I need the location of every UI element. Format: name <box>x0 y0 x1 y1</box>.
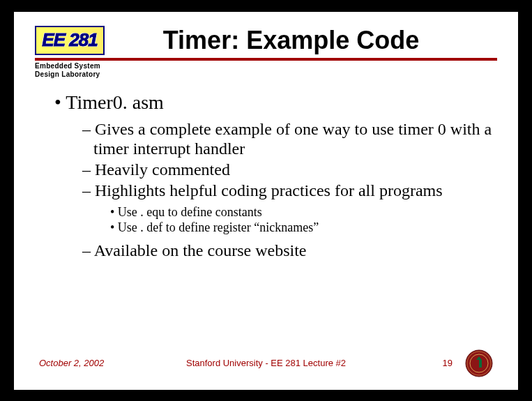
footer-right: 19 <box>379 349 493 377</box>
sublabel-line1: Embedded System <box>35 62 497 70</box>
title-underline <box>35 58 497 61</box>
footer-date: October 2, 2002 <box>39 358 153 368</box>
bullet-1-3: – Highlights helpful coding practices fo… <box>82 181 497 200</box>
header: EE 281 Timer: Example Code <box>35 26 497 55</box>
slide-title: Timer: Example Code <box>113 26 497 55</box>
bullet-1-4: – Available on the course website <box>82 241 497 260</box>
course-logo: EE 281 <box>35 26 105 55</box>
lab-sublabel: Embedded System Design Laboratory <box>35 62 497 79</box>
slide: EE 281 Timer: Example Code Embedded Syst… <box>14 12 518 390</box>
stanford-seal-icon <box>465 349 493 377</box>
sub-bullets: • Use . equ to define constants • Use . … <box>35 205 497 235</box>
bullet-1-3-1: • Use . equ to define constants <box>110 205 497 220</box>
footer-page: 19 <box>443 358 453 368</box>
bullet-1: • Timer0. asm <box>54 91 497 114</box>
bullet-1-1: – Gives a complete example of one way to… <box>82 119 497 159</box>
footer: October 2, 2002 Stanford University - EE… <box>14 349 518 377</box>
footer-center: Stanford University - EE 281 Lecture #2 <box>153 358 380 368</box>
content: • Timer0. asm – Gives a complete example… <box>35 91 497 261</box>
bullet-1-2: – Heavily commented <box>82 160 497 179</box>
logo-text: EE 281 <box>42 29 97 51</box>
bullet-1-3-2: • Use . def to define register “nickname… <box>110 220 497 235</box>
sublabel-line2: Design Laboratory <box>35 70 497 79</box>
